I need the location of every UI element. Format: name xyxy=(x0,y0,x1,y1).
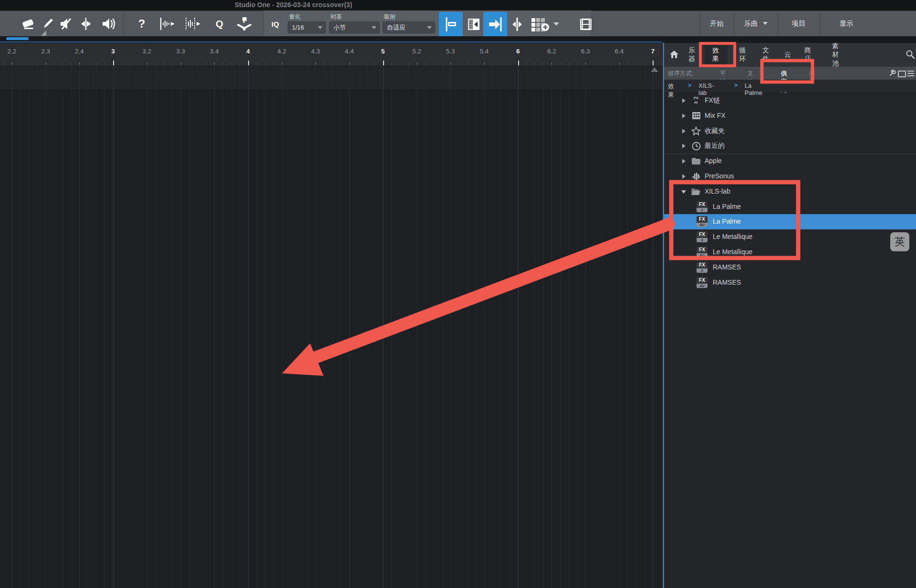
star-icon xyxy=(690,125,702,137)
ruler-tick xyxy=(62,63,63,65)
snap-to-start-button[interactable] xyxy=(439,12,463,37)
grid-line xyxy=(257,65,257,588)
snap-mode-dropdown[interactable]: 自适应 xyxy=(383,21,435,33)
tab-1[interactable]: 乐器 xyxy=(688,43,695,67)
expand-icon[interactable] xyxy=(682,98,686,103)
tree-row-最近的[interactable]: 最近的 xyxy=(664,138,916,154)
track-scroll-button[interactable] xyxy=(466,12,482,37)
paint-tool-menu-corner[interactable] xyxy=(41,31,46,36)
expand-icon[interactable] xyxy=(682,144,686,148)
ruler-label: 7 xyxy=(651,48,655,55)
expand-icon[interactable] xyxy=(682,159,686,164)
grid-add-button[interactable] xyxy=(529,12,552,37)
grid-line xyxy=(560,65,561,588)
quantize-dropdown[interactable]: 1/16 xyxy=(288,21,326,33)
tab-7[interactable]: 素材池 xyxy=(832,43,839,67)
grid-line xyxy=(156,65,156,588)
panel-view-icon[interactable] xyxy=(898,71,906,77)
arrow-tool[interactable] xyxy=(0,14,8,33)
expand-horizontal-button[interactable] xyxy=(509,12,525,37)
ruler-tick xyxy=(324,63,324,65)
expand-icon[interactable] xyxy=(682,113,686,118)
tree-row-mix-fx[interactable]: Mix FX xyxy=(664,108,916,124)
ruler-label: 5.3 xyxy=(446,48,455,55)
grid-line xyxy=(391,65,392,588)
annotation-arrow-head xyxy=(282,343,323,376)
macro-tool[interactable] xyxy=(235,14,254,33)
ruler-tick-beat xyxy=(484,62,485,65)
ruler-tick xyxy=(290,63,291,65)
tab-2[interactable]: 效果 xyxy=(712,43,719,67)
timebase-dropdown[interactable]: 小节 xyxy=(329,21,380,33)
grid-line xyxy=(450,65,451,588)
audition-tool[interactable] xyxy=(157,14,177,33)
nav-button-label: 项目 xyxy=(792,19,806,28)
nav-button-3[interactable]: 项目 xyxy=(778,10,820,36)
plugin-label: RAMSES xyxy=(713,263,741,271)
collapse-icon[interactable] xyxy=(681,190,686,194)
ruler-tick xyxy=(442,63,443,65)
tab-3[interactable]: 循环 xyxy=(739,43,746,67)
grid-line xyxy=(358,65,358,588)
expand-icon[interactable] xyxy=(682,129,686,134)
tree-row-le-metallique[interactable]: FXAULe Metallique xyxy=(664,245,916,260)
wrench-icon[interactable] xyxy=(889,70,896,79)
scroll-up-arrow[interactable] xyxy=(651,67,658,72)
ruler-tick xyxy=(88,63,88,65)
ruler-tick xyxy=(231,63,232,65)
presonus-icon xyxy=(690,171,702,182)
ruler-tick-beat xyxy=(315,62,316,65)
expand-icon[interactable] xyxy=(682,174,686,179)
chevron-down-icon xyxy=(318,26,323,29)
horizontal-scrollbar-thumb[interactable] xyxy=(6,37,29,40)
tree-row-fx链[interactable]: FX∞FX链 xyxy=(664,93,916,108)
zoom-tool[interactable]: Q xyxy=(210,14,229,33)
mute-tool[interactable] xyxy=(57,14,76,33)
grid-add-caret[interactable] xyxy=(553,22,559,26)
video-button[interactable] xyxy=(576,12,595,37)
tree-row-presonus[interactable]: PreSonus xyxy=(664,169,916,184)
tab-6[interactable]: 商店 xyxy=(804,43,811,67)
home-icon[interactable] xyxy=(669,49,679,62)
ruler-tick-bar xyxy=(518,61,519,65)
tree-row-xils-lab[interactable]: XILS-lab xyxy=(664,184,916,199)
grid-line xyxy=(535,65,535,588)
nav-button-4[interactable]: 显示 xyxy=(820,10,873,36)
tree-row-apple[interactable]: Apple xyxy=(664,154,916,169)
timestretch-tool[interactable] xyxy=(183,14,202,33)
tree-row-la-palme[interactable]: FXAULa Palme xyxy=(664,214,916,229)
grid-line xyxy=(645,65,645,588)
eraser-tool[interactable] xyxy=(19,14,38,33)
snap-to-end-button[interactable] xyxy=(483,12,507,37)
tree-row-ramses[interactable]: FX3RAMSES xyxy=(664,260,916,275)
grid-line xyxy=(476,65,476,588)
ruler-tick xyxy=(54,63,54,65)
tree-row-la-palme[interactable]: FX3La Palme xyxy=(664,199,916,215)
tree-row-ramses[interactable]: FXAURAMSES xyxy=(664,275,916,290)
help-tool[interactable]: ? xyxy=(132,14,151,33)
ruler-label: 6.3 xyxy=(581,48,590,55)
bend-tool[interactable] xyxy=(76,14,95,33)
iq-quantize-toggle[interactable]: IQ xyxy=(266,14,285,33)
search-icon[interactable] xyxy=(906,50,915,61)
clock-icon xyxy=(690,140,702,152)
list-view-icon[interactable] xyxy=(907,71,914,76)
ruler-tick xyxy=(366,63,366,65)
grid-line xyxy=(585,65,586,588)
ruler-label: 3.2 xyxy=(142,48,151,55)
tree-item-label: 最近的 xyxy=(705,142,725,150)
nav-button-2[interactable]: 乐曲 xyxy=(734,10,778,36)
grid-line xyxy=(113,65,114,588)
tab-5[interactable]: 云 xyxy=(784,43,791,67)
grid-line xyxy=(3,65,4,588)
timeline-ruler[interactable] xyxy=(0,43,662,66)
ruler-label: 6.2 xyxy=(547,48,556,55)
tree-row-le-metallique[interactable]: FX3Le Metallique xyxy=(664,229,916,245)
grid-line xyxy=(96,65,97,588)
nav-button-1[interactable]: 开始 xyxy=(700,10,734,36)
tree-row-收藏夹[interactable]: 收藏夹 xyxy=(664,124,916,139)
grid-line xyxy=(434,65,434,588)
ruler-tick xyxy=(645,63,645,65)
listen-tool[interactable] xyxy=(99,14,118,33)
tab-4[interactable]: 文件 xyxy=(762,43,769,67)
